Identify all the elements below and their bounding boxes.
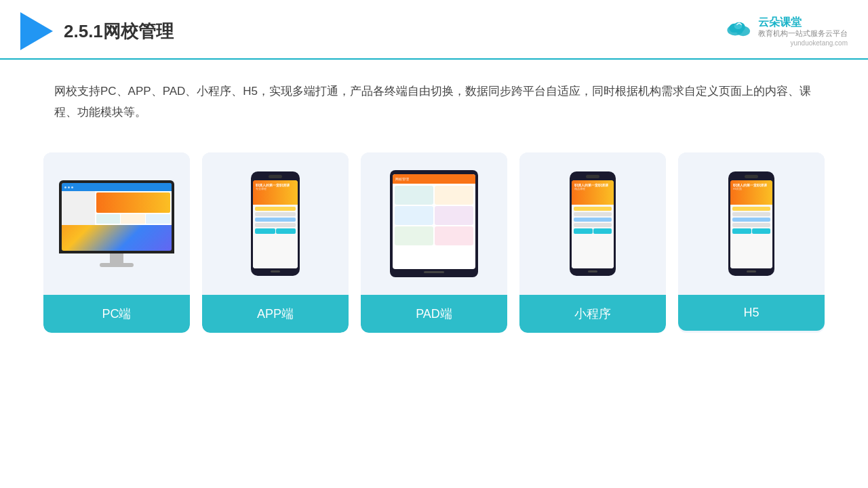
- card-app: 职涯人的第一堂职涯课 专业课程: [202, 152, 349, 333]
- card-pad-image: 网校管理: [361, 152, 507, 295]
- brand-slogan: 教育机构一站式服务云平台: [758, 28, 848, 39]
- header-left: 2.5.1网校管理: [20, 12, 174, 50]
- card-h5: 职涯人的第一堂职涯课 H5页面: [678, 152, 825, 333]
- brand-url: yunduoketang.com: [790, 39, 848, 47]
- card-pc: PC端: [43, 152, 190, 333]
- card-pad: 网校管理 PAD端: [361, 152, 507, 333]
- brand-top-row: 云朵课堂 教育机构一站式服务云平台: [724, 16, 848, 39]
- brand-area: 云朵课堂 教育机构一站式服务云平台 yunduoketang.com: [724, 16, 848, 47]
- brand-name: 云朵课堂: [758, 16, 802, 28]
- phone-h5-icon: 职涯人的第一堂职涯课 H5页面: [728, 171, 774, 276]
- cards-container: PC端 职涯人的第一堂职涯课 专业课程: [0, 136, 868, 349]
- card-pad-label: PAD端: [361, 295, 507, 333]
- header: 2.5.1网校管理 云朵课堂 教育机构一站式服务云平台: [0, 0, 868, 60]
- card-miniapp: 职涯人的第一堂职涯课 精品课程: [519, 152, 666, 333]
- card-app-label: APP端: [202, 295, 349, 333]
- logo-icon: [20, 12, 53, 50]
- card-h5-label: H5: [678, 295, 825, 331]
- card-app-image: 职涯人的第一堂职涯课 专业课程: [202, 152, 349, 295]
- card-miniapp-label: 小程序: [519, 295, 666, 333]
- card-pc-label: PC端: [43, 295, 190, 333]
- phone-app-icon: 职涯人的第一堂职涯课 专业课程: [251, 171, 300, 276]
- pc-monitor-icon: [59, 180, 174, 267]
- brand-text: 云朵课堂 教育机构一站式服务云平台: [758, 16, 848, 39]
- cloud-logo-icon: [724, 17, 754, 37]
- page-title: 2.5.1网校管理: [64, 20, 174, 43]
- card-h5-image: 职涯人的第一堂职涯课 H5页面: [678, 152, 825, 295]
- card-pc-image: [43, 152, 190, 295]
- phone-miniapp-icon: 职涯人的第一堂职涯课 精品课程: [570, 171, 616, 276]
- tablet-pad-icon: 网校管理: [390, 170, 478, 277]
- card-miniapp-image: 职涯人的第一堂职涯课 精品课程: [519, 152, 666, 295]
- description-text: 网校支持PC、APP、PAD、小程序、H5，实现多端打通，产品各终端自由切换，数…: [0, 60, 868, 136]
